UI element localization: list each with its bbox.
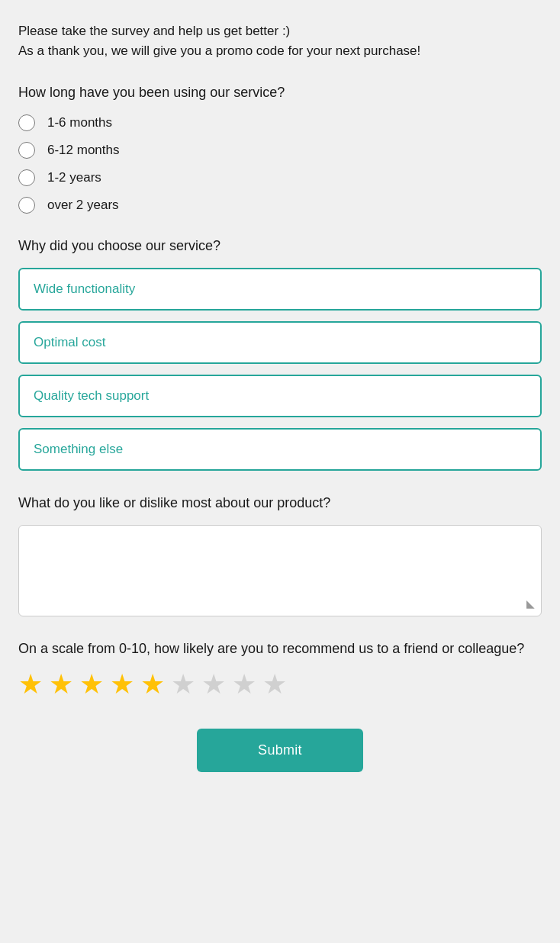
radio-1-2years[interactable] <box>18 169 35 186</box>
radio-over2years[interactable] <box>18 197 35 214</box>
checkbox-label-quality-tech-support: Quality tech support <box>34 388 149 404</box>
reason-checkbox-group: Wide functionality Optimal cost Quality … <box>18 268 542 471</box>
checkbox-option-optimal-cost[interactable]: Optimal cost <box>18 321 542 364</box>
feedback-label: What do you like or dislike most about o… <box>18 495 542 511</box>
radio-label-1-6months: 1-6 months <box>47 115 112 130</box>
feedback-section: What do you like or dislike most about o… <box>18 495 542 616</box>
star-6[interactable]: ★ <box>171 671 195 698</box>
radio-6-12months[interactable] <box>18 142 35 159</box>
stars-container: ★ ★ ★ ★ ★ ★ ★ ★ ★ <box>18 671 542 698</box>
checkbox-label-optimal-cost: Optimal cost <box>34 335 105 350</box>
recommend-label: On a scale from 0-10, how likely are you… <box>18 641 542 657</box>
star-1[interactable]: ★ <box>18 671 43 698</box>
submit-wrapper: Submit <box>18 729 542 772</box>
star-2[interactable]: ★ <box>49 671 73 698</box>
reason-section: Why did you choose our service? Wide fun… <box>18 238 542 471</box>
radio-label-6-12months: 6-12 months <box>47 143 120 158</box>
star-4[interactable]: ★ <box>110 671 134 698</box>
radio-label-1-2years: 1-2 years <box>47 170 101 185</box>
feedback-textarea[interactable] <box>28 535 532 603</box>
intro-section: Please take the survey and help us get b… <box>18 21 542 60</box>
checkbox-option-something-else[interactable]: Something else <box>18 428 542 471</box>
feedback-textarea-wrapper: ◣ <box>18 525 542 616</box>
star-9[interactable]: ★ <box>262 671 287 698</box>
intro-line1: Please take the survey and help us get b… <box>18 21 542 41</box>
star-5[interactable]: ★ <box>140 671 165 698</box>
checkbox-option-wide-functionality[interactable]: Wide functionality <box>18 268 542 311</box>
radio-option-1-2years[interactable]: 1-2 years <box>18 169 542 186</box>
star-7[interactable]: ★ <box>201 671 226 698</box>
recommend-section: On a scale from 0-10, how likely are you… <box>18 641 542 698</box>
submit-button[interactable]: Submit <box>197 729 363 772</box>
checkbox-option-quality-tech-support[interactable]: Quality tech support <box>18 375 542 417</box>
duration-label: How long have you been using our service… <box>18 85 542 101</box>
radio-option-over2years[interactable]: over 2 years <box>18 197 542 214</box>
duration-radio-group: 1-6 months 6-12 months 1-2 years over 2 … <box>18 114 542 214</box>
radio-option-1-6months[interactable]: 1-6 months <box>18 114 542 131</box>
checkbox-label-something-else: Something else <box>34 442 123 457</box>
radio-option-6-12months[interactable]: 6-12 months <box>18 142 542 159</box>
radio-label-over2years: over 2 years <box>47 198 119 213</box>
star-3[interactable]: ★ <box>79 671 104 698</box>
reason-label: Why did you choose our service? <box>18 238 542 254</box>
checkbox-label-wide-functionality: Wide functionality <box>34 282 135 297</box>
intro-line2: As a thank you, we will give you a promo… <box>18 41 542 61</box>
radio-1-6months[interactable] <box>18 114 35 131</box>
star-8[interactable]: ★ <box>232 671 256 698</box>
duration-section: How long have you been using our service… <box>18 85 542 214</box>
